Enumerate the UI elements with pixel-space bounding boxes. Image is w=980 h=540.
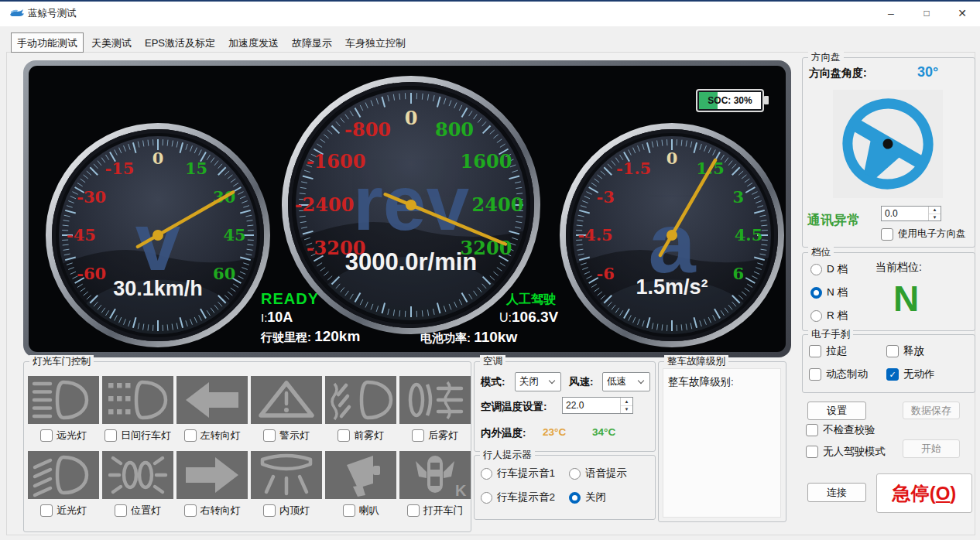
minimize-button[interactable]: – — [873, 2, 909, 26]
hazard-warning-label-row: 警示灯 — [251, 429, 322, 443]
dynamic-brake-option[interactable]: 动态制动 — [809, 367, 868, 381]
high-beam-checkbox[interactable] — [40, 429, 53, 442]
ac-mode-select[interactable]: 关闭 — [515, 372, 561, 391]
no-action-option[interactable]: ✓无动作 — [886, 367, 935, 381]
temp-inside-value: 23°C — [543, 426, 566, 438]
turn-right-icon — [176, 451, 248, 499]
position-light-button[interactable] — [102, 451, 173, 499]
off-radio[interactable] — [569, 492, 581, 504]
dynamic-brake-checkbox[interactable] — [809, 368, 821, 381]
dynamic-brake-label: 动态制动 — [826, 367, 868, 381]
chime-2-label: 行车提示音2 — [497, 490, 555, 504]
daytime-running-light-button[interactable] — [102, 376, 173, 424]
current-gear-label: 当前档位: — [875, 261, 922, 275]
tab-manual-test[interactable]: 手动功能测试 — [11, 32, 84, 53]
svg-text:-2400: -2400 — [295, 193, 355, 216]
chime-1-radio[interactable] — [481, 468, 492, 480]
door-open-checkbox[interactable] — [407, 504, 420, 517]
gear-d-radio[interactable] — [810, 264, 822, 275]
svg-text:1600: 1600 — [461, 150, 512, 173]
data-save-button[interactable]: 数据保存 — [903, 402, 960, 419]
fault-level-group-title: 整车故障级别 — [664, 355, 728, 367]
tab-eps-calibration[interactable]: EPS激活及标定 — [139, 34, 221, 53]
gear-n-option[interactable]: N 档 — [810, 285, 848, 299]
svg-text:3: 3 — [732, 187, 744, 207]
rear-fog-light-button[interactable] — [399, 376, 471, 424]
pull-up-option[interactable]: 拉起 — [809, 344, 847, 358]
start-button[interactable]: 开始 — [903, 439, 960, 458]
dome-light-checkbox[interactable] — [263, 504, 276, 517]
close-button[interactable]: ✕ — [944, 2, 980, 26]
rear-fog-light-checkbox[interactable] — [412, 429, 424, 442]
turn-right-checkbox[interactable] — [184, 504, 197, 517]
temp-outside-value: 34°C — [592, 426, 615, 438]
rear-fog-light-label: 后雾灯 — [428, 429, 458, 443]
gear-r-option[interactable]: R 档 — [810, 309, 848, 323]
no-action-label: 无动作 — [903, 367, 935, 381]
chime-2-option[interactable]: 行车提示音2 — [481, 490, 555, 504]
emergency-stop-button[interactable]: 急停(O) — [876, 473, 972, 513]
hazard-warning-icon — [251, 376, 322, 424]
settings-button[interactable]: 设置 — [807, 402, 866, 420]
app-whale-icon — [9, 7, 25, 19]
release-checkbox[interactable] — [886, 345, 899, 357]
turn-left-label-row: 左转向灯 — [176, 429, 248, 443]
pull-up-checkbox[interactable] — [809, 345, 821, 357]
no-action-checkbox[interactable]: ✓ — [886, 368, 899, 381]
use-electronic-steering-checkbox[interactable] — [881, 228, 893, 241]
driverless-mode-checkbox[interactable] — [806, 446, 818, 458]
tab-body-independent-control[interactable]: 车身独立控制 — [340, 34, 411, 53]
fault-level-panel: 整车故障级别: — [663, 368, 781, 518]
turn-left-button[interactable] — [176, 376, 248, 424]
high-beam-button[interactable] — [28, 376, 99, 424]
ac-temp-spinner-arrows[interactable]: ▲▼ — [620, 398, 632, 413]
use-electronic-steering-label: 使用电子方向盘 — [898, 227, 966, 241]
tab-tianmei-test[interactable]: 天美测试 — [86, 34, 137, 53]
hazard-warning-button[interactable] — [251, 376, 322, 424]
ac-fan-select[interactable]: 低速 — [602, 372, 650, 391]
position-light-label-row: 位置灯 — [102, 504, 173, 518]
front-fog-light-button[interactable] — [325, 376, 396, 424]
rev-gauge: rev-3200-2400-1600-800080016002400320030… — [279, 73, 543, 337]
horn-checkbox[interactable] — [343, 504, 355, 517]
speed-gauge: v-60-45-30-1501530456030.1km/h — [43, 121, 272, 350]
gear-n-label: N 档 — [827, 285, 848, 299]
steering-angle-spinner[interactable]: 0.0 ▲▼ — [881, 206, 941, 221]
low-beam-button[interactable] — [28, 451, 99, 499]
horn-button[interactable] — [325, 451, 396, 499]
current-gear-value: N — [893, 278, 919, 320]
title-bar: 蓝鲸号测试 – □ ✕ — [0, 0, 980, 26]
dome-light-button[interactable] — [251, 451, 322, 499]
chime-1-option[interactable]: 行车提示音1 — [481, 467, 555, 480]
turn-right-button[interactable] — [176, 451, 248, 499]
off-option[interactable]: 关闭 — [569, 490, 606, 504]
steering-spinner-arrows[interactable]: ▲▼ — [928, 207, 941, 220]
ac-fan-value: 低速 — [607, 376, 626, 387]
no-check-verify-checkbox[interactable] — [806, 424, 818, 436]
steering-wheel-display — [833, 90, 943, 198]
dome-light-label-row: 内顶灯 — [251, 504, 322, 518]
gear-n-radio[interactable] — [810, 287, 822, 299]
ac-temp-spinner[interactable]: 22.0 ▲▼ — [562, 397, 633, 414]
door-open-button[interactable]: K — [399, 451, 471, 499]
pull-up-label: 拉起 — [826, 344, 847, 358]
maximize-button[interactable]: □ — [909, 2, 944, 26]
svg-text:30.1km/h: 30.1km/h — [113, 277, 203, 300]
low-beam-checkbox[interactable] — [40, 504, 53, 517]
gear-r-radio[interactable] — [810, 310, 822, 322]
gear-d-option[interactable]: D 档 — [810, 262, 848, 276]
front-fog-light-checkbox[interactable] — [338, 429, 350, 442]
position-light-checkbox[interactable] — [115, 504, 127, 517]
chime-2-radio[interactable] — [481, 492, 492, 504]
voice-prompt-radio[interactable] — [569, 468, 581, 480]
tab-fault-display[interactable]: 故障显示 — [286, 34, 338, 53]
svg-text:-4.5: -4.5 — [577, 225, 612, 244]
daytime-running-light-checkbox[interactable] — [105, 429, 117, 442]
turn-left-checkbox[interactable] — [184, 429, 197, 442]
hazard-warning-checkbox[interactable] — [263, 429, 276, 442]
connect-button[interactable]: 连接 — [807, 483, 866, 502]
voice-prompt-option[interactable]: 语音提示 — [569, 467, 627, 480]
front-fog-light-label-row: 前雾灯 — [325, 429, 396, 443]
release-option[interactable]: 释放 — [886, 344, 924, 358]
tab-accel-send[interactable]: 加速度发送 — [223, 34, 284, 53]
